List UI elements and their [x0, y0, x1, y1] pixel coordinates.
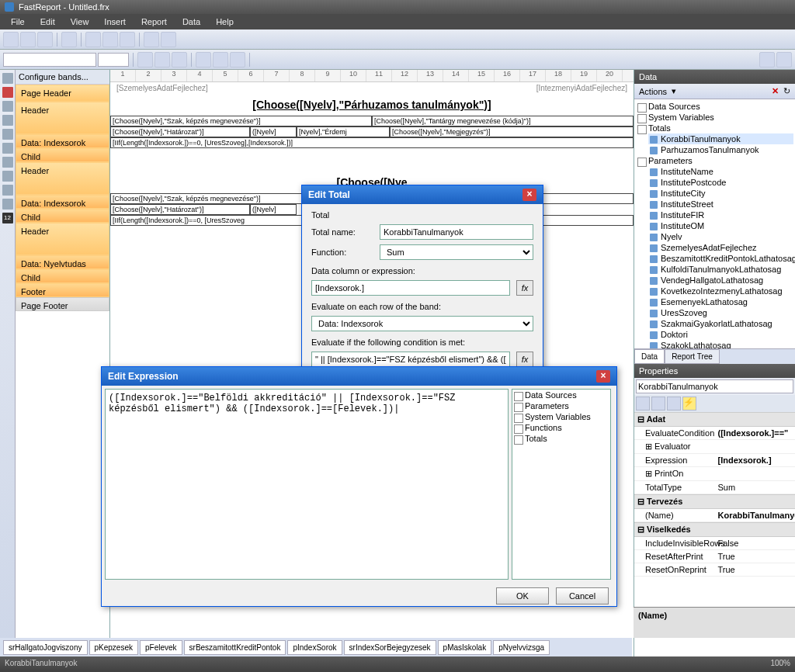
col-header-6[interactable]: [Choose([Nyelv],"Megjegyzés")] [390, 126, 634, 137]
data-cell-1[interactable]: [IIf(Length([Indexsorok.])==0, [UresSzov… [110, 137, 634, 148]
tree-param[interactable]: InstituteStreet [648, 199, 793, 210]
prop-row[interactable]: ⊞ PrintOn [634, 467, 795, 481]
prop-row[interactable]: ResetAfterPrintTrue [634, 550, 795, 563]
border-button[interactable] [759, 52, 775, 68]
band-page-header[interactable]: Page Header [16, 85, 109, 102]
refresh-icon[interactable]: ↻ [783, 86, 790, 96]
page-tab[interactable]: pFelevek [140, 640, 182, 655]
actions-menu[interactable]: Actions [639, 87, 667, 96]
menu-help[interactable]: Help [208, 15, 241, 29]
band-child-3[interactable]: Child [16, 269, 109, 283]
prop-row[interactable]: ResetOnReprintTrue [634, 563, 795, 577]
col-header-b3[interactable]: [Choose([Nyelv],"Határozat")] [110, 204, 250, 215]
menu-report[interactable]: Report [134, 15, 175, 29]
col-header-4[interactable]: ([Nyelv] [250, 126, 297, 137]
col-header-b4[interactable]: ([Nyelv] [250, 204, 297, 215]
tree-param[interactable]: SzemelyesAdatFejlechez [648, 242, 793, 253]
cut-button[interactable] [85, 32, 101, 47]
tree-param[interactable]: SzakokLathatosag [648, 340, 793, 348]
properties-object-combo[interactable]: KorabbiTanulmanyok [636, 379, 793, 393]
col-header-5[interactable]: [Nyelv],"Érdemj [297, 126, 390, 137]
tree-total-parhuzamos[interactable]: ParhuzamosTanulmanyok [648, 144, 793, 155]
band-data-1[interactable]: Data: Indexsorok [16, 134, 109, 148]
menu-data[interactable]: Data [175, 15, 208, 29]
prop-row[interactable]: (Name)KorabbiTanulmanyok [634, 509, 795, 522]
close-icon[interactable]: × [522, 189, 536, 201]
tab-data[interactable]: Data [634, 349, 665, 364]
tree-param[interactable]: KulfoldiTanulmanyokLathatosag [648, 264, 793, 275]
page-tab[interactable]: srHallgatoJogviszony [3, 640, 88, 655]
expression-textarea[interactable] [105, 389, 509, 580]
expr-tree-functions[interactable]: Functions [512, 422, 610, 433]
prop-row[interactable]: EvaluateCondition([Indexsorok.]==" [634, 427, 795, 440]
barcode-tool-icon[interactable] [2, 157, 13, 168]
tree-param[interactable]: SzakmaiGyakorlatLathatosag [648, 318, 793, 329]
prop-categorized-icon[interactable] [636, 397, 650, 410]
report-title-1[interactable]: [Choose([Nyelv],"Párhuzamos tanulmányok"… [110, 94, 634, 116]
page-tab[interactable]: pIndexSorok [287, 640, 342, 655]
tree-param[interactable]: KovetkezoIntezmenyLathatosag [648, 286, 793, 296]
tree-param[interactable]: UresSzoveg [648, 307, 793, 318]
align-center-button[interactable] [213, 52, 228, 68]
picture-tool-icon[interactable] [2, 115, 13, 126]
tree-param[interactable]: InstituteCity [648, 188, 793, 199]
configure-bands-link[interactable]: Configure bands... [16, 70, 109, 85]
delete-icon[interactable]: ✕ [772, 86, 779, 96]
page-tab[interactable]: pMasIskolak [438, 640, 492, 655]
prop-row[interactable]: IncludeInvisibleRowsFalse [634, 537, 795, 550]
underline-button[interactable] [172, 52, 187, 68]
evalrow-select[interactable]: Data: Indexsorok [311, 316, 533, 331]
evalcond-fx-button[interactable]: fx [516, 352, 533, 367]
menu-edit[interactable]: Edit [33, 15, 63, 29]
page-tab[interactable]: pNyelvvizsga [493, 640, 550, 655]
page-tab[interactable]: srIndexSorBejegyzesek [344, 640, 436, 655]
function-select[interactable]: Sum [380, 244, 533, 260]
redo-button[interactable] [161, 32, 176, 47]
band-header-1[interactable]: Header [16, 102, 109, 134]
ok-button[interactable]: OK [496, 587, 549, 604]
expr-tree-parameters[interactable]: Parameters [512, 400, 610, 411]
line-tool-icon[interactable] [2, 129, 13, 140]
prop-row[interactable]: TotalTypeSum [634, 481, 795, 494]
col-header-2[interactable]: [Choose([Nyelv],"Tantárgy megnevezése (k… [372, 116, 634, 126]
cancel-button[interactable]: Cancel [556, 587, 609, 604]
align-left-button[interactable] [196, 52, 211, 68]
expr-tree-totals[interactable]: Totals [512, 433, 610, 444]
undo-button[interactable] [144, 32, 159, 47]
col-header-3[interactable]: [Choose([Nyelv],"Határozat")] [110, 126, 250, 137]
matrix-tool-icon[interactable] [2, 199, 13, 210]
fill-button[interactable] [776, 52, 792, 68]
expression-tree[interactable]: Data Sources Parameters System Variables… [512, 389, 611, 580]
expr-tree-datasources[interactable]: Data Sources [512, 390, 610, 400]
datacol-input[interactable] [311, 280, 510, 296]
bold-button[interactable] [137, 52, 153, 68]
paste-button[interactable] [120, 32, 135, 47]
band-child-2[interactable]: Child [16, 209, 109, 223]
band-tool-icon[interactable] [2, 101, 13, 112]
prop-group[interactable]: ⊟ Tervezés [634, 494, 795, 509]
menu-file[interactable]: File [3, 15, 33, 29]
total-name-input[interactable] [380, 224, 533, 240]
prop-pages-icon[interactable] [667, 397, 681, 410]
band-header-3[interactable]: Header [16, 223, 109, 255]
prop-group[interactable]: ⊟ Viselkedés [634, 522, 795, 537]
prop-events-icon[interactable]: ⚡ [682, 397, 696, 410]
band-header-2[interactable]: Header [16, 162, 109, 195]
open-button[interactable] [20, 32, 36, 47]
page-header-left[interactable]: [SzemelyesAdatFejlechez] [116, 84, 208, 92]
tree-data-sources[interactable]: Data Sources [636, 101, 793, 112]
size-combo[interactable] [98, 53, 129, 67]
dropdown-icon[interactable]: ▾ [672, 86, 676, 96]
page-tab[interactable]: srBeszamitottKreditPontok [184, 640, 286, 655]
tree-parameters[interactable]: Parameters [636, 155, 793, 166]
close-icon[interactable]: × [596, 370, 610, 383]
prop-row[interactable]: Expression[Indexsorok.] [634, 454, 795, 467]
checkbox-tool-icon[interactable] [2, 171, 13, 182]
tree-param[interactable]: InstitutePostcode [648, 177, 793, 188]
page-header-right[interactable]: [IntezmenyiAdatFejlechez] [536, 84, 627, 92]
tree-param[interactable]: InstituteOM [648, 220, 793, 231]
align-right-button[interactable] [230, 52, 245, 68]
data-tree[interactable]: Data Sources System Variables Totals Kor… [634, 99, 795, 348]
tree-param[interactable]: Nyelv [648, 231, 793, 242]
menu-insert[interactable]: Insert [96, 15, 134, 29]
